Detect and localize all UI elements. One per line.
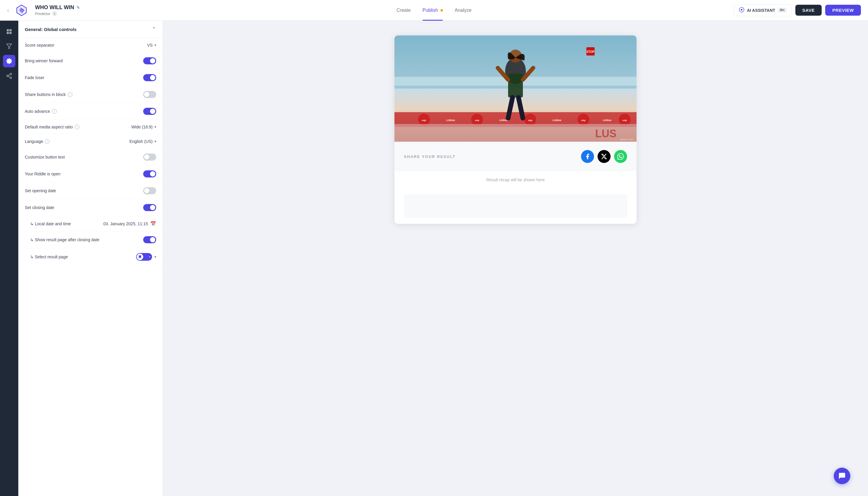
riddle-open-toggle[interactable]	[143, 170, 156, 177]
grid-icon-btn[interactable]	[3, 26, 15, 38]
svg-text:LUS: LUS	[595, 127, 617, 140]
svg-text:pexels.com: pexels.com	[620, 138, 634, 141]
setting-language: Language i English (US) ▾	[18, 134, 163, 149]
set-closing-date-slider	[143, 204, 156, 211]
nav-right-actions: AI ASSISTANT ⌘K SAVE PREVIEW	[734, 4, 861, 16]
svg-rect-7	[10, 32, 12, 34]
chat-fab-button[interactable]	[834, 468, 850, 484]
language-label: Language i	[25, 139, 50, 144]
ai-assistant-button[interactable]: AI ASSISTANT ⌘K	[734, 4, 792, 16]
setting-your-riddle-is-open: Your Riddle is open	[18, 166, 163, 183]
share-icon-btn[interactable]	[3, 70, 15, 82]
svg-text:edp: edp	[623, 119, 627, 122]
tab-create[interactable]: Create	[397, 6, 411, 14]
setting-bring-winner-forward: Bring winner forward	[18, 52, 163, 69]
media-aspect-ratio-caret: ▾	[154, 125, 156, 129]
set-opening-date-slider	[143, 187, 156, 194]
ai-icon	[739, 7, 745, 14]
app-logo	[15, 4, 28, 17]
publish-dot	[440, 9, 443, 12]
auto-advance-toggle[interactable]	[143, 108, 156, 115]
svg-rect-33	[508, 74, 523, 97]
twitter-share-button[interactable]	[598, 150, 610, 163]
ai-button-label: AI ASSISTANT	[747, 8, 775, 13]
bring-winner-forward-label: Bring winner forward	[25, 59, 63, 63]
settings-panel: General: Global controls ⌃ Score separat…	[18, 21, 163, 496]
media-aspect-ratio-info-icon[interactable]: i	[75, 125, 79, 129]
show-result-page-toggle[interactable]	[143, 236, 156, 243]
filter-icon-btn[interactable]	[3, 40, 15, 52]
calendar-icon[interactable]: 📅	[150, 221, 156, 227]
bring-winner-forward-toggle[interactable]	[143, 57, 156, 64]
svg-point-10	[7, 75, 9, 77]
share-buttons-slider	[143, 91, 156, 98]
subtitle-info-icon[interactable]: i	[52, 11, 57, 16]
whatsapp-share-button[interactable]	[614, 150, 627, 163]
back-button[interactable]: ‹	[7, 7, 9, 14]
preview-result-section: Result recap will be shown here	[394, 171, 637, 188]
language-select[interactable]: English (US) ▾	[129, 139, 156, 144]
svg-line-13	[8, 74, 10, 76]
auto-advance-slider	[143, 108, 156, 115]
preview-share-section: SHARE YOUR RESULT	[394, 142, 637, 171]
svg-text:edp: edp	[528, 119, 532, 122]
setting-share-buttons-in-block: Share buttons in block i	[18, 86, 163, 103]
preview-button[interactable]: PREVIEW	[825, 5, 861, 16]
app-subtitle: Predictor	[35, 12, 50, 16]
main-content: General: Global controls ⌃ Score separat…	[0, 21, 868, 496]
setting-customize-button-text: Customize button text	[18, 149, 163, 166]
local-date-value-row[interactable]: 03. January 2025, 11:15 📅	[103, 221, 156, 227]
share-buttons-toggle[interactable]	[143, 91, 156, 98]
settings-icon-btn[interactable]	[3, 55, 15, 67]
score-separator-select[interactable]: VS ▾	[147, 43, 156, 48]
setting-set-closing-date: Set closing date	[18, 199, 163, 216]
set-closing-date-label: Set closing date	[25, 205, 54, 210]
setting-select-result-page: ↳ Select result page ▾ ▾	[18, 248, 163, 266]
auto-advance-label: Auto advance i	[25, 109, 57, 114]
show-result-page-slider	[143, 236, 156, 243]
share-icons-row	[581, 150, 627, 163]
setting-score-separator: Score separator VS ▾	[18, 38, 163, 52]
media-aspect-ratio-select[interactable]: Wide (16:9) ▾	[131, 125, 156, 129]
svg-point-3	[741, 9, 742, 10]
icon-sidebar	[0, 21, 18, 496]
set-closing-date-toggle[interactable]	[143, 204, 156, 211]
set-opening-date-label: Set opening date	[25, 188, 56, 193]
svg-rect-5	[10, 29, 12, 31]
top-navigation: ‹ WHO WILL WIN ✎ Predictor i Create Publ…	[0, 0, 868, 21]
setting-fade-loser: Fade loser	[18, 69, 163, 86]
scene-svg: edp edp edp edp edp Lisboa Lisboa Lisboa…	[394, 35, 637, 142]
tab-analyze[interactable]: Analyze	[455, 6, 471, 14]
tab-publish[interactable]: Publish	[422, 6, 443, 14]
select-result-page-dropdown-caret[interactable]: ▾	[154, 255, 156, 259]
share-your-result-label: SHARE YOUR RESULT	[404, 154, 455, 159]
share-buttons-label: Share buttons in block i	[25, 92, 72, 97]
setting-local-date-and-time: ↳ Local date and time 03. January 2025, …	[18, 216, 163, 231]
show-result-page-label: ↳ Show result page after closing date	[30, 237, 99, 242]
select-result-page-toggle[interactable]: ▾	[136, 253, 152, 261]
auto-advance-info-icon[interactable]: i	[52, 109, 57, 114]
nav-tabs: Create Publish Analyze	[397, 6, 471, 14]
edit-title-icon[interactable]: ✎	[76, 5, 80, 10]
score-separator-label: Score separator	[25, 43, 54, 48]
fade-loser-toggle[interactable]	[143, 74, 156, 81]
share-buttons-info-icon[interactable]: i	[67, 92, 72, 97]
score-separator-value: VS	[147, 43, 153, 48]
language-info-icon[interactable]: i	[45, 139, 50, 144]
language-value: English (US)	[129, 139, 153, 144]
svg-text:edp: edp	[475, 119, 479, 122]
svg-text:edp: edp	[422, 119, 426, 122]
bring-winner-forward-slider	[143, 57, 156, 64]
svg-text:Lisboa: Lisboa	[553, 119, 561, 122]
select-result-page-caret: ▾	[149, 255, 151, 258]
ai-shortcut: ⌘K	[778, 8, 787, 13]
fade-loser-label: Fade loser	[25, 75, 44, 80]
customize-button-text-toggle[interactable]	[143, 154, 156, 160]
set-opening-date-toggle[interactable]	[143, 187, 156, 194]
save-button[interactable]: SAVE	[795, 5, 822, 16]
language-caret: ▾	[154, 139, 156, 143]
svg-text:STOP: STOP	[586, 50, 594, 53]
facebook-share-button[interactable]	[581, 150, 594, 163]
svg-rect-4	[7, 29, 9, 31]
collapse-button[interactable]: ⌃	[152, 26, 156, 32]
